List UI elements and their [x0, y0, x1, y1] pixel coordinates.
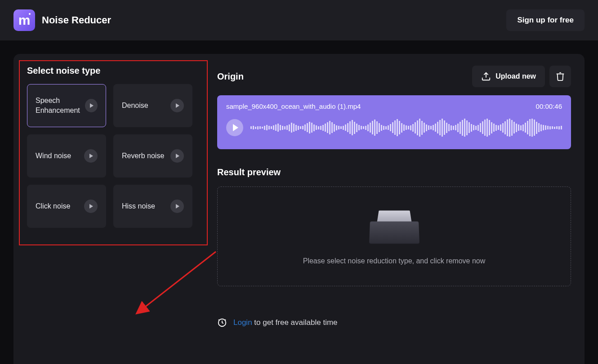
signup-button[interactable]: Sign up for free — [506, 9, 585, 31]
empty-tray-icon — [370, 208, 419, 244]
upload-new-button[interactable]: Upload new — [472, 66, 545, 87]
origin-filename: sample_960x400_ocean_with_audio (1).mp4 — [226, 102, 361, 110]
play-preview-icon[interactable] — [84, 149, 98, 163]
noise-type-label: Hiss noise — [122, 201, 155, 211]
right-column: Origin Upload new — [217, 63, 571, 364]
result-preview-box: Please select noise reduction type, and … — [217, 186, 571, 286]
noise-type-label: Denoise — [122, 101, 148, 111]
noise-type-grid: Speech Enhancement Denoise Wind noise Re… — [27, 84, 192, 228]
delete-button[interactable] — [549, 66, 571, 87]
origin-waveform: sample_960x400_ocean_with_audio (1).mp4 … — [217, 95, 571, 149]
noise-type-label: Wind noise — [36, 151, 71, 161]
upload-icon — [481, 71, 491, 81]
noise-type-click[interactable]: Click noise — [27, 185, 106, 228]
brand: m Noise Reducer — [13, 9, 111, 31]
svg-line-1 — [144, 252, 216, 308]
app-title: Noise Reducer — [42, 14, 111, 26]
main-panel: Select noise type Speech Enhancement Den… — [13, 54, 585, 364]
left-column: Select noise type Speech Enhancement Den… — [27, 63, 192, 364]
play-preview-icon[interactable] — [84, 200, 98, 213]
annotation-arrow-icon — [117, 247, 220, 319]
footer-row: Login to get free available time — [217, 318, 571, 328]
result-hint-text: Please select noise reduction type, and … — [303, 257, 486, 265]
play-preview-icon[interactable] — [170, 200, 184, 213]
origin-section-title: Origin — [217, 71, 244, 82]
noise-type-speech-enhancement[interactable]: Speech Enhancement — [27, 84, 106, 127]
footer-text: to get free available time — [252, 318, 338, 327]
upload-new-label: Upload new — [495, 72, 536, 80]
result-section-title: Result preview — [217, 167, 571, 178]
play-preview-icon[interactable] — [85, 99, 98, 112]
play-origin-button[interactable] — [226, 119, 243, 136]
play-preview-icon[interactable] — [170, 99, 184, 112]
app-header: m Noise Reducer Sign up for free — [0, 0, 598, 40]
noise-type-denoise[interactable]: Denoise — [113, 84, 192, 127]
trash-icon — [555, 71, 565, 81]
brand-logo-icon: m — [13, 9, 35, 31]
noise-type-reverb[interactable]: Reverb noise — [113, 134, 192, 178]
login-link[interactable]: Login — [233, 318, 252, 327]
play-preview-icon[interactable] — [170, 149, 184, 163]
waveform-bars[interactable] — [250, 116, 562, 139]
noise-type-wind[interactable]: Wind noise — [27, 134, 106, 178]
clock-icon — [217, 318, 227, 328]
origin-duration: 00:00:46 — [536, 102, 562, 110]
noise-type-hiss[interactable]: Hiss noise — [113, 185, 192, 228]
noise-type-label: Reverb noise — [122, 151, 164, 161]
noise-section-title: Select noise type — [27, 66, 192, 76]
noise-type-label: Click noise — [36, 201, 70, 211]
noise-type-label: Speech Enhancement — [36, 96, 85, 116]
